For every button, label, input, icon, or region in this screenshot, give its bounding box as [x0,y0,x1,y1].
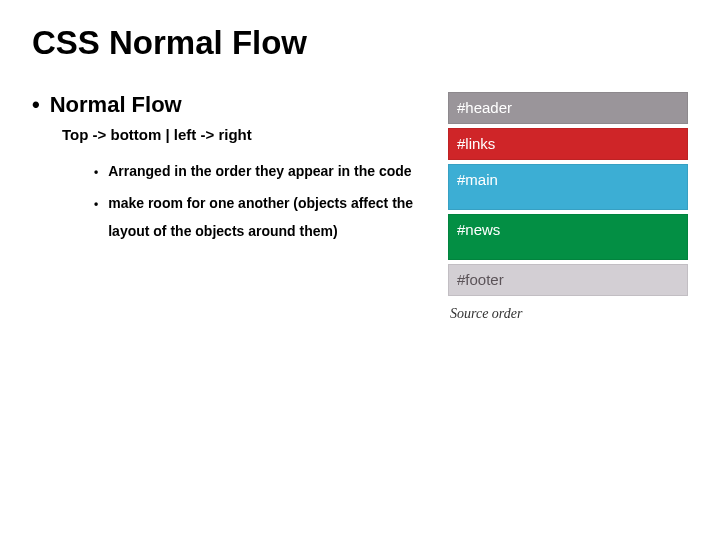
diagram-column: #header #links #main #news #footer Sourc… [448,92,688,322]
page-title: CSS Normal Flow [32,24,688,62]
text-column: • Normal Flow Top -> bottom | left -> ri… [32,92,448,322]
diagram-block-footer: #footer [448,264,688,296]
diagram-block-header: #header [448,92,688,124]
bullet-level3-text: Arranged in the order they appear in the… [108,157,411,185]
bullet-level1-text: Normal Flow [50,92,182,118]
diagram-caption: Source order [448,306,688,322]
diagram-block-news: #news [448,214,688,260]
bullet-level2-text: Top -> bottom | left -> right [62,126,436,143]
bullet-dot-icon: • [32,92,40,118]
bullet-level3: • Arranged in the order they appear in t… [94,157,436,185]
bullet-level3-text: make room for one another (objects affec… [108,189,436,245]
slide: CSS Normal Flow • Normal Flow Top -> bot… [0,0,720,346]
diagram-block-links: #links [448,128,688,160]
diagram-block-main: #main [448,164,688,210]
bullet-dot-icon: • [94,160,98,184]
bullet-level1: • Normal Flow [32,92,436,118]
bullet-dot-icon: • [94,192,98,216]
content-row: • Normal Flow Top -> bottom | left -> ri… [32,92,688,322]
bullet-level3: • make room for one another (objects aff… [94,189,436,245]
